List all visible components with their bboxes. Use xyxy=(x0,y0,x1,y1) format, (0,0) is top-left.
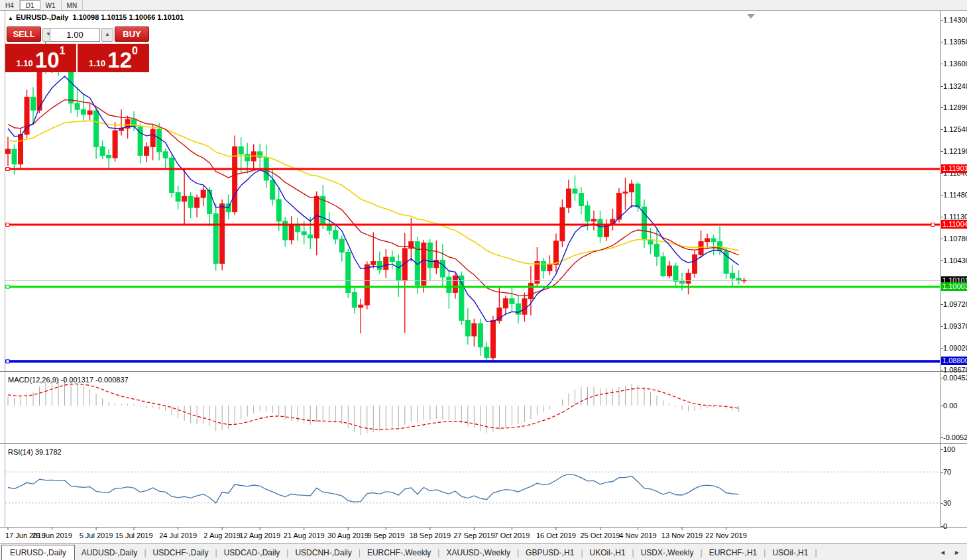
chart-shift-icon[interactable] xyxy=(747,14,755,19)
candle-body xyxy=(270,180,275,199)
price-tick-label: 1.09020 xyxy=(943,344,967,352)
candle-body xyxy=(705,239,710,242)
tab-audusd-daily[interactable]: AUDUSD-,Daily xyxy=(75,546,144,559)
candle-body xyxy=(661,256,665,276)
onetick-panel-toggle-icon[interactable]: ▲ xyxy=(8,15,13,21)
buy-button[interactable]: BUY xyxy=(115,27,149,42)
candle-body xyxy=(339,239,344,252)
candle-body xyxy=(699,242,703,255)
tab-xauusd-weekly[interactable]: XAUUSD-,Weekly xyxy=(439,546,516,559)
rsi-tick-label: 0 xyxy=(943,522,947,530)
candle-body xyxy=(6,149,11,154)
tab-scroll-left-icon[interactable]: ◄ xyxy=(939,549,946,556)
macd-indicator-label: MACD(12,26,9) -0.001317 -0.000837 xyxy=(8,376,129,384)
candle-body xyxy=(100,146,105,155)
volume-input[interactable] xyxy=(50,28,100,42)
candle-body xyxy=(528,283,533,298)
chart-canvas xyxy=(0,11,967,543)
timeframe-button-mn[interactable]: MN xyxy=(62,0,84,10)
candle-body xyxy=(490,321,495,358)
candle-body xyxy=(245,154,250,161)
tab-eurusd-daily[interactable]: EURUSD-,Daily xyxy=(1,545,75,560)
candle-body xyxy=(673,266,678,281)
hline-anchor[interactable] xyxy=(931,223,935,226)
sell-button[interactable]: SELL xyxy=(7,27,41,42)
candle-body xyxy=(170,158,174,192)
candle-body xyxy=(396,262,401,280)
chart-symbol-label: EURUSD-,Daily xyxy=(16,13,68,21)
candle-body xyxy=(510,299,514,304)
candle-body xyxy=(201,190,205,197)
rsi-tick-label: 30 xyxy=(943,499,951,507)
hline-anchor[interactable] xyxy=(6,285,9,288)
date-label: 24 Jul 2019 xyxy=(159,532,197,539)
chart-ohlc-values: 1.10098 1.10115 1.10066 1.10101 xyxy=(73,13,184,21)
buy-price-pips: 12 xyxy=(107,50,132,70)
date-label: 5 Jul 2019 xyxy=(80,532,113,539)
tab-usdx-weekly[interactable]: USDX-,Weekly xyxy=(634,546,701,559)
candle-body xyxy=(87,111,92,115)
candle-body xyxy=(553,241,558,265)
date-label: 9 Sep 2019 xyxy=(367,532,404,539)
candle-body xyxy=(390,257,394,262)
tab-gbpusd-h1[interactable]: GBPUSD-,H1 xyxy=(519,546,581,559)
price-line-label: 1.08800 xyxy=(941,357,967,365)
macd-tick-label: -0.00520 xyxy=(943,433,967,441)
candle-body xyxy=(239,146,243,154)
candle-body xyxy=(680,282,685,284)
price-tick-label: 1.10780 xyxy=(943,235,967,243)
tab-usdcnh-daily[interactable]: USDCNH-,Daily xyxy=(288,546,358,559)
buy-price-display[interactable]: 1.10 12 0 xyxy=(78,44,149,72)
hline-anchor[interactable] xyxy=(6,223,9,226)
date-label: 16 Oct 2019 xyxy=(536,532,576,539)
candle-body xyxy=(182,196,187,201)
candle-body xyxy=(453,276,457,292)
price-tick-label: 1.13240 xyxy=(943,82,967,90)
price-tick-label: 1.11480 xyxy=(943,191,967,199)
candle-body xyxy=(195,197,199,207)
candle-body xyxy=(655,244,659,256)
date-label: 27 Sep 2019 xyxy=(453,532,494,539)
timeframe-button-w1[interactable]: W1 xyxy=(40,0,62,10)
candle-body xyxy=(82,109,86,114)
candle-body xyxy=(667,266,672,276)
tab-scroll-right-icon[interactable]: ► xyxy=(954,549,960,556)
rsi-indicator-label: RSI(14) 39.1782 xyxy=(8,448,62,456)
tab-usdcad-daily[interactable]: USDCAD-,Daily xyxy=(217,546,287,559)
sell-price-pips: 10 xyxy=(35,50,60,70)
chart-tab-bar: EURUSD-,DailyAUDUSD-,Daily|USDCHF-,Daily… xyxy=(0,543,967,560)
candle-body xyxy=(616,194,621,219)
candle-body xyxy=(365,264,369,305)
hline-anchor[interactable] xyxy=(6,360,9,363)
tab-eurchf-h1[interactable]: EURCHF-,H1 xyxy=(703,546,764,559)
candle-body xyxy=(207,190,212,214)
price-tick-label: 1.12540 xyxy=(943,125,967,133)
timeframe-button-h4[interactable]: H4 xyxy=(0,0,20,10)
tab-ukoil-h1[interactable]: UKOil-,H1 xyxy=(583,546,632,559)
tab-usdchf-daily[interactable]: USDCHF-,Daily xyxy=(146,546,215,559)
tab-usoil-h1[interactable]: USOil-,H1 xyxy=(766,546,815,559)
candle-body xyxy=(427,243,432,268)
volume-increase-button[interactable]: ▲ xyxy=(101,28,113,42)
sell-price-display[interactable]: 1.10 10 1 xyxy=(5,44,76,72)
price-tick-label: 1.10430 xyxy=(943,256,967,264)
date-label: 26 Jun 2019 xyxy=(32,532,72,539)
timeframe-button-d1[interactable]: D1 xyxy=(20,0,40,10)
candle-body xyxy=(276,199,281,221)
candle-body xyxy=(472,323,477,336)
candle-body xyxy=(359,305,363,308)
price-tick-label: 1.13950 xyxy=(943,38,967,46)
price-tick-label: 1.12190 xyxy=(943,147,967,155)
hline-anchor[interactable] xyxy=(6,168,9,171)
candle-body xyxy=(107,155,111,158)
candle-body xyxy=(623,192,628,194)
tab-separator: | xyxy=(815,548,817,557)
tab-eurchf-weekly[interactable]: EURCHF-,Weekly xyxy=(361,546,437,559)
price-line-label: 1.11901 xyxy=(941,164,967,173)
sell-price-base: 1.10 xyxy=(17,58,33,68)
candle-body xyxy=(31,97,36,110)
candle-body xyxy=(591,219,596,221)
candle-body xyxy=(25,97,29,134)
rsi-tick-label: 70 xyxy=(943,468,951,476)
candle-body xyxy=(19,135,23,164)
